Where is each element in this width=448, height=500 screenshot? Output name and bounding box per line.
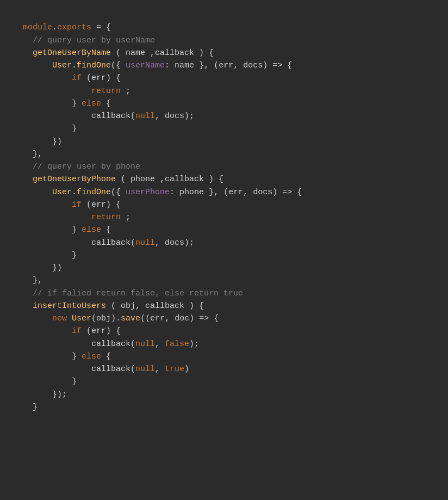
line-return2: return ; — [13, 213, 130, 222]
line-comment1: // query user by userName — [13, 36, 155, 45]
line-if-err1: if (err) { — [13, 73, 121, 83]
line-close-func1: }, — [13, 150, 42, 159]
line-close-findone2: }) — [13, 263, 62, 273]
line-close-func3: } — [13, 403, 38, 412]
line-new-user-save: new User(obj).save((err, doc) => { — [13, 314, 219, 323]
line-if-err3: if (err) { — [13, 326, 121, 336]
line-close-save: }); — [13, 390, 67, 399]
line-else2: } else { — [13, 225, 111, 234]
line-callback2: callback(null, docs); — [13, 238, 194, 248]
line-comment2: // query user by phone — [13, 162, 140, 171]
line-callback-null-false: callback(null, false); — [13, 339, 199, 349]
line-else3: } else { — [13, 352, 111, 361]
line-insertIntoUsers-def: insertIntoUsers ( obj, callback ) { — [13, 301, 204, 311]
line-user-findone1: User.findOne({ userName: name }, (err, d… — [13, 61, 292, 70]
line-comment3: // if falied return false, else return t… — [13, 289, 243, 298]
line-close-func2: }, — [13, 276, 42, 285]
line-close-else2: } — [13, 251, 77, 260]
line-close-else1: } — [13, 124, 77, 133]
line-close-else3: } — [13, 377, 77, 386]
line-module-exports: module.exports = { — [23, 23, 111, 32]
line-getOneUserByPhone-def: getOneUserByPhone ( phone ,callback ) { — [13, 175, 223, 184]
line-else1: } else { — [13, 99, 111, 108]
line-callback1: callback(null, docs); — [13, 112, 194, 121]
code-editor: module.exports = { // query user by user… — [13, 9, 435, 413]
line-getOneUserByName-def: getOneUserByName ( name ,callback ) { — [13, 48, 214, 58]
line-callback-null-true: callback(null, true) — [13, 365, 189, 374]
line-if-err2: if (err) { — [13, 200, 121, 209]
line-user-findone2: User.findOne({ userPhone: phone }, (err,… — [13, 188, 302, 197]
line-return1: return ; — [13, 87, 130, 96]
line-close-findone1: }) — [13, 137, 62, 146]
